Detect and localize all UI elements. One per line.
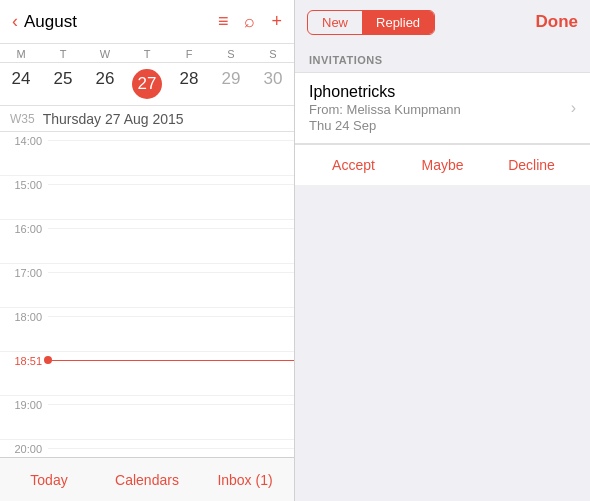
today-tab[interactable]: Today (0, 458, 98, 501)
week-day-label: W (84, 48, 126, 60)
maybe-button[interactable]: Maybe (398, 153, 487, 177)
back-icon: ‹ (12, 11, 18, 32)
invitation-date: Thu 24 Sep (309, 118, 563, 133)
done-button[interactable]: Done (536, 12, 579, 32)
left-header: ‹ August ≡ ⌕ + (0, 0, 294, 44)
day-cell[interactable]: 30 (252, 67, 294, 101)
time-row: 20:00 (0, 440, 294, 457)
time-row: 16:00 (0, 220, 294, 264)
day-cell[interactable]: 25 (42, 67, 84, 101)
invitation-info: Iphonetricks From: Melissa Kumpmann Thu … (309, 83, 563, 133)
list-icon[interactable]: ≡ (218, 11, 229, 32)
time-label: 15:00 (0, 176, 48, 191)
left-panel: ‹ August ≡ ⌕ + MTWTFSS 24252627282930 W3… (0, 0, 295, 501)
time-separator (48, 272, 294, 273)
month-title: August (24, 12, 77, 32)
right-panel: New Replied Done INVITATIONS Iphonetrick… (295, 0, 590, 501)
back-button[interactable]: ‹ August (12, 11, 77, 32)
time-row: 19:00 (0, 396, 294, 440)
week-info: W35 Thursday 27 Aug 2015 (0, 106, 294, 132)
time-label: 17:00 (0, 264, 48, 279)
time-label: 19:00 (0, 396, 48, 411)
time-separator (48, 140, 294, 141)
right-header: New Replied Done (295, 0, 590, 44)
invitation-card[interactable]: Iphonetricks From: Melissa Kumpmann Thu … (295, 72, 590, 144)
decline-button[interactable]: Decline (487, 153, 576, 177)
inbox-tab[interactable]: Inbox (1) (196, 458, 294, 501)
week-day-label: S (210, 48, 252, 60)
time-label: 14:00 (0, 132, 48, 147)
week-day-label: T (42, 48, 84, 60)
time-separator (48, 316, 294, 317)
accept-button[interactable]: Accept (309, 153, 398, 177)
calendars-tab[interactable]: Calendars (98, 458, 196, 501)
week-day-label: F (168, 48, 210, 60)
time-grid: 14:0015:0016:0017:0018:0018:5119:0020:00… (0, 132, 294, 457)
day-cell[interactable]: 27 (126, 67, 168, 101)
day-cell[interactable]: 28 (168, 67, 210, 101)
time-separator (48, 228, 294, 229)
action-row: Accept Maybe Decline (295, 144, 590, 185)
time-label: 18:00 (0, 308, 48, 323)
week-number: W35 (10, 112, 35, 126)
date-label: Thursday 27 Aug 2015 (43, 111, 184, 127)
left-tabbar: Today Calendars Inbox (1) (0, 457, 294, 501)
header-actions: ≡ ⌕ + (218, 11, 282, 32)
toggle-group: New Replied (307, 10, 435, 35)
invitations-label: INVITATIONS (295, 44, 590, 72)
new-toggle[interactable]: New (308, 11, 362, 34)
days-row: 24252627282930 (0, 63, 294, 106)
invitation-title: Iphonetricks (309, 83, 563, 101)
search-icon[interactable]: ⌕ (244, 11, 255, 32)
week-day-labels: MTWTFSS (0, 44, 294, 63)
day-cell[interactable]: 26 (84, 67, 126, 101)
week-day-label: M (0, 48, 42, 60)
time-separator (48, 448, 294, 449)
chevron-right-icon: › (571, 99, 576, 117)
time-label: 16:00 (0, 220, 48, 235)
week-day-label: S (252, 48, 294, 60)
time-row: 17:00 (0, 264, 294, 308)
invitation-from: From: Melissa Kumpmann (309, 102, 563, 117)
day-cell[interactable]: 29 (210, 67, 252, 101)
time-row: 15:00 (0, 176, 294, 220)
time-row: 18:51 (0, 352, 294, 396)
day-cell[interactable]: 24 (0, 67, 42, 101)
current-time-line (48, 360, 294, 361)
week-day-label: T (126, 48, 168, 60)
time-label: 18:51 (0, 352, 48, 367)
time-row: 14:00 (0, 132, 294, 176)
time-separator (48, 184, 294, 185)
time-row: 18:00 (0, 308, 294, 352)
add-icon[interactable]: + (271, 11, 282, 32)
time-separator (48, 404, 294, 405)
replied-toggle[interactable]: Replied (362, 11, 434, 34)
time-label: 20:00 (0, 440, 48, 455)
